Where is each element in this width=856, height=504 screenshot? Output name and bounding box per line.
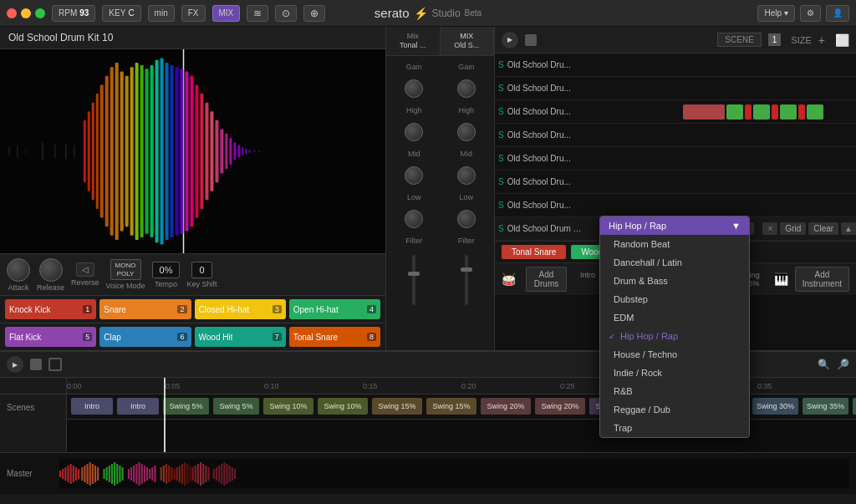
- dropdown-item-random-beat[interactable]: Random Beat: [600, 235, 749, 253]
- pad-closed-hi-hat[interactable]: Closed Hi-hat3: [195, 299, 286, 319]
- pad-flat-kick[interactable]: Flat Kick5: [5, 327, 96, 347]
- zoom-in-icon[interactable]: 🔍: [818, 359, 830, 370]
- help-button[interactable]: Help ▾: [757, 5, 795, 22]
- dropdown-item-indie-rock[interactable]: Indie / Rock: [600, 364, 749, 382]
- stop-button[interactable]: [525, 34, 537, 46]
- grid-button[interactable]: Grid: [780, 222, 806, 235]
- scene-clip[interactable]: Swing 20%: [535, 398, 585, 415]
- mid-knob-2[interactable]: [457, 166, 476, 185]
- scene-clip[interactable]: Swing 15%: [372, 398, 422, 415]
- tonal-snare-clip[interactable]: Tonal Snare: [502, 245, 566, 259]
- scene-clip[interactable]: Swing 5%: [163, 398, 209, 415]
- clear-button[interactable]: Clear: [808, 222, 838, 235]
- wave-button[interactable]: ≋: [247, 5, 268, 22]
- min-display[interactable]: min: [148, 5, 175, 22]
- attack-knob[interactable]: [7, 258, 30, 282]
- voice-mode-group: MONOPOLY Voice Mode: [106, 259, 145, 290]
- maximize-button[interactable]: [35, 8, 45, 18]
- dropdown-item-dancehall-latin[interactable]: Dancehall / Latin: [600, 253, 749, 272]
- dropdown-item-trap[interactable]: Trap: [600, 419, 749, 437]
- mixer-tab-tonal[interactable]: MixTonal ...: [386, 27, 441, 55]
- dropdown-item-reggae-dub[interactable]: Reggae / Dub: [600, 400, 749, 419]
- scene-clip[interactable]: Swing 15%: [426, 398, 476, 415]
- scene-clip[interactable]: Intro: [71, 398, 113, 415]
- scene-clip[interactable]: Swing 10%: [318, 398, 368, 415]
- scene-clip[interactable]: Swing 30%: [752, 398, 798, 415]
- play-button[interactable]: ▶: [502, 32, 518, 48]
- fx-button[interactable]: FX: [181, 5, 206, 22]
- svg-rect-61: [94, 466, 96, 482]
- release-knob[interactable]: [39, 258, 63, 282]
- mixer-tab-old[interactable]: MIXOld S...: [441, 27, 495, 55]
- low-knob-2[interactable]: [457, 210, 476, 228]
- add-instrument-button[interactable]: Add Instrument: [795, 267, 849, 292]
- filter-fader-2[interactable]: [465, 255, 468, 305]
- svg-rect-38: [253, 150, 255, 152]
- transport-loop[interactable]: [48, 358, 62, 371]
- key-display[interactable]: KEY C: [102, 5, 140, 22]
- zoom-out-icon[interactable]: 🔎: [837, 359, 849, 370]
- x-control[interactable]: ×: [762, 222, 777, 235]
- scene-clip[interactable]: Intro: [117, 398, 159, 415]
- profile-button[interactable]: 👤: [826, 5, 849, 22]
- high-knob-2[interactable]: [457, 123, 476, 141]
- svg-rect-10: [120, 72, 124, 232]
- key-shift-display[interactable]: 0: [191, 262, 211, 278]
- scene-clip[interactable]: Swing 35%: [853, 398, 856, 415]
- filter-fader-1[interactable]: [412, 255, 415, 305]
- svg-rect-20: [171, 65, 174, 237]
- pad-tonal-snare[interactable]: Tonal Snare8: [289, 327, 380, 347]
- tempo-display[interactable]: 0%: [152, 262, 181, 278]
- svg-rect-15: [145, 69, 149, 233]
- dropdown-item-dubstep[interactable]: Dubstep: [600, 290, 749, 308]
- close-button[interactable]: [7, 8, 17, 18]
- track-row[interactable]: S Old School Dru...: [495, 171, 856, 194]
- track-row[interactable]: S Old School Dru...: [495, 124, 856, 147]
- add-scene-button[interactable]: +: [818, 33, 825, 47]
- export-icon[interactable]: ⬜: [835, 33, 849, 47]
- voice-mode-button[interactable]: MONOPOLY: [110, 259, 141, 280]
- track-row[interactable]: S Old School Dru...: [495, 194, 856, 217]
- attack-knob-group: Attack: [7, 258, 30, 292]
- scene-clip[interactable]: Swing 20%: [481, 398, 531, 415]
- svg-rect-27: [205, 103, 208, 201]
- track-row[interactable]: S Old School Dru...: [495, 77, 856, 100]
- low-knob-1[interactable]: [405, 210, 423, 228]
- scene-clip[interactable]: Swing 5%: [213, 398, 259, 415]
- dropdown-item-hip-hop-rap[interactable]: ✓Hip Hop / Rap: [600, 327, 749, 345]
- pad-knock-kick[interactable]: Knock Kick1: [5, 299, 96, 319]
- track-row[interactable]: S Old School Dru...: [495, 53, 856, 77]
- user-icon: 👤: [833, 8, 843, 18]
- dropdown-item-edm[interactable]: EDM: [600, 308, 749, 327]
- settings-button[interactable]: ⚙: [800, 5, 821, 22]
- dropdown-item-drum-&-bass[interactable]: Drum & Bass: [600, 272, 749, 290]
- pad-open-hi-hat[interactable]: Open Hi-hat4: [289, 299, 380, 319]
- pad-snare[interactable]: Snare2: [99, 299, 191, 319]
- add-drums-button[interactable]: Add Drums: [526, 267, 567, 292]
- transport-play[interactable]: ▶: [7, 356, 23, 373]
- dropdown-item-house-techno[interactable]: House / Techno: [600, 345, 749, 364]
- scene-clip[interactable]: Swing 35%: [802, 398, 848, 415]
- extra-button[interactable]: ⊕: [303, 5, 325, 22]
- svg-rect-17: [155, 60, 159, 243]
- waveform-canvas[interactable]: [0, 49, 385, 253]
- record-button[interactable]: ⊙: [275, 5, 297, 22]
- reverse-button[interactable]: ◁: [76, 262, 94, 277]
- genre-dropdown[interactable]: Hip Hop / Rap ▼ Random BeatDancehall / L…: [599, 216, 750, 438]
- gain-knob-1[interactable]: [405, 79, 423, 98]
- transport-record[interactable]: [30, 359, 42, 370]
- pad-clap[interactable]: Clap6: [99, 327, 191, 347]
- mid-knob-1[interactable]: [405, 166, 423, 185]
- track-row[interactable]: S Old School Dru...: [495, 100, 856, 124]
- rpm-display[interactable]: RPM 93: [52, 5, 95, 22]
- gain-knob-2[interactable]: [457, 79, 476, 98]
- high-knob-1[interactable]: [405, 123, 423, 141]
- track-row[interactable]: S Old School Dru...: [495, 147, 856, 171]
- mixer-channel-1: Gain High Mid Low Filter: [390, 63, 439, 344]
- pad-wood-hit[interactable]: Wood Hit7: [195, 327, 286, 347]
- scene-clip[interactable]: Swing 10%: [263, 398, 313, 415]
- collapse-icon[interactable]: ▲: [841, 222, 856, 235]
- mix-button[interactable]: MIX: [212, 5, 241, 22]
- dropdown-item-r&b[interactable]: R&B: [600, 382, 749, 400]
- minimize-button[interactable]: [21, 8, 31, 18]
